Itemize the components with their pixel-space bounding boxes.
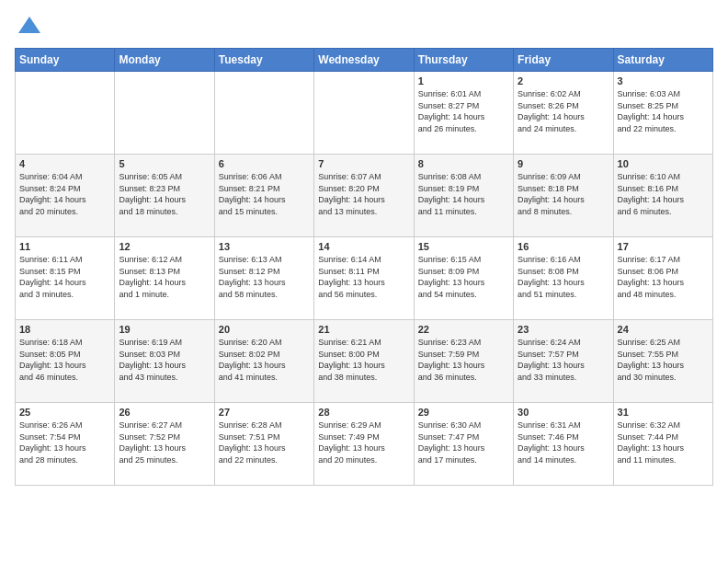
day-number: 10	[618, 158, 709, 169]
day-number: 5	[119, 158, 210, 169]
calendar-cell: 27Sunrise: 6:28 AMSunset: 7:51 PMDayligh…	[214, 403, 313, 486]
day-info: Sunrise: 6:16 AMSunset: 8:08 PMDaylight:…	[518, 254, 609, 300]
day-number: 20	[219, 324, 310, 335]
day-info: Sunrise: 6:06 AMSunset: 8:21 PMDaylight:…	[219, 171, 310, 217]
calendar-cell: 30Sunrise: 6:31 AMSunset: 7:46 PMDayligh…	[514, 403, 613, 486]
calendar-cell: 1Sunrise: 6:01 AMSunset: 8:27 PMDaylight…	[414, 72, 513, 155]
day-number: 19	[119, 324, 210, 335]
day-number: 23	[518, 324, 609, 335]
calendar-header-row: SundayMondayTuesdayWednesdayThursdayFrid…	[16, 49, 713, 72]
day-number: 26	[119, 407, 210, 418]
calendar-week-2: 4Sunrise: 6:04 AMSunset: 8:24 PMDaylight…	[16, 155, 713, 237]
calendar-week-1: 1Sunrise: 6:01 AMSunset: 8:27 PMDaylight…	[16, 72, 713, 155]
calendar-cell	[314, 72, 414, 155]
weekday-header-friday: Friday	[514, 49, 613, 72]
calendar-cell: 7Sunrise: 6:07 AMSunset: 8:20 PMDaylight…	[314, 155, 414, 237]
day-number: 22	[418, 324, 509, 335]
day-info: Sunrise: 6:31 AMSunset: 7:46 PMDaylight:…	[518, 419, 609, 465]
day-info: Sunrise: 6:24 AMSunset: 7:57 PMDaylight:…	[518, 337, 609, 383]
day-info: Sunrise: 6:21 AMSunset: 8:00 PMDaylight:…	[318, 337, 409, 383]
day-number: 14	[318, 241, 409, 252]
calendar-cell: 19Sunrise: 6:19 AMSunset: 8:03 PMDayligh…	[115, 320, 214, 403]
day-info: Sunrise: 6:07 AMSunset: 8:20 PMDaylight:…	[318, 171, 409, 217]
day-number: 30	[518, 407, 609, 418]
calendar-cell: 6Sunrise: 6:06 AMSunset: 8:21 PMDaylight…	[214, 155, 313, 237]
calendar-cell: 24Sunrise: 6:25 AMSunset: 7:55 PMDayligh…	[613, 320, 712, 403]
calendar-cell: 29Sunrise: 6:30 AMSunset: 7:47 PMDayligh…	[414, 403, 513, 486]
day-info: Sunrise: 6:09 AMSunset: 8:18 PMDaylight:…	[518, 171, 609, 217]
logo	[15, 15, 42, 37]
day-info: Sunrise: 6:30 AMSunset: 7:47 PMDaylight:…	[418, 419, 509, 465]
calendar-week-5: 25Sunrise: 6:26 AMSunset: 7:54 PMDayligh…	[16, 403, 713, 486]
day-number: 7	[318, 158, 409, 169]
calendar-cell	[115, 72, 214, 155]
weekday-header-wednesday: Wednesday	[314, 49, 414, 72]
day-info: Sunrise: 6:19 AMSunset: 8:03 PMDaylight:…	[119, 337, 210, 383]
calendar-cell: 25Sunrise: 6:26 AMSunset: 7:54 PMDayligh…	[16, 403, 115, 486]
calendar-cell: 16Sunrise: 6:16 AMSunset: 8:08 PMDayligh…	[514, 237, 613, 320]
calendar-week-3: 11Sunrise: 6:11 AMSunset: 8:15 PMDayligh…	[16, 237, 713, 320]
day-info: Sunrise: 6:10 AMSunset: 8:16 PMDaylight:…	[618, 171, 709, 217]
day-number: 1	[418, 75, 509, 86]
day-number: 21	[318, 324, 409, 335]
calendar-cell: 26Sunrise: 6:27 AMSunset: 7:52 PMDayligh…	[115, 403, 214, 486]
day-number: 2	[518, 75, 609, 86]
calendar-cell: 17Sunrise: 6:17 AMSunset: 8:06 PMDayligh…	[613, 237, 712, 320]
day-number: 8	[418, 158, 509, 169]
calendar-cell: 14Sunrise: 6:14 AMSunset: 8:11 PMDayligh…	[314, 237, 414, 320]
page-header	[15, 15, 713, 37]
weekday-header-monday: Monday	[115, 49, 214, 72]
calendar-cell: 15Sunrise: 6:15 AMSunset: 8:09 PMDayligh…	[414, 237, 513, 320]
day-info: Sunrise: 6:25 AMSunset: 7:55 PMDaylight:…	[618, 337, 709, 383]
calendar-cell: 2Sunrise: 6:02 AMSunset: 8:26 PMDaylight…	[514, 72, 613, 155]
calendar-cell: 20Sunrise: 6:20 AMSunset: 8:02 PMDayligh…	[214, 320, 313, 403]
calendar-cell: 18Sunrise: 6:18 AMSunset: 8:05 PMDayligh…	[16, 320, 115, 403]
day-number: 16	[518, 241, 609, 252]
day-info: Sunrise: 6:32 AMSunset: 7:44 PMDaylight:…	[618, 419, 709, 465]
day-info: Sunrise: 6:08 AMSunset: 8:19 PMDaylight:…	[418, 171, 509, 217]
day-info: Sunrise: 6:13 AMSunset: 8:12 PMDaylight:…	[219, 254, 310, 300]
day-info: Sunrise: 6:23 AMSunset: 7:59 PMDaylight:…	[418, 337, 509, 383]
calendar-cell	[214, 72, 313, 155]
day-info: Sunrise: 6:11 AMSunset: 8:15 PMDaylight:…	[19, 254, 110, 300]
svg-marker-0	[18, 17, 40, 33]
day-info: Sunrise: 6:02 AMSunset: 8:26 PMDaylight:…	[518, 88, 609, 134]
weekday-header-saturday: Saturday	[613, 49, 712, 72]
day-number: 13	[219, 241, 310, 252]
day-number: 27	[219, 407, 310, 418]
day-number: 4	[19, 158, 110, 169]
day-info: Sunrise: 6:27 AMSunset: 7:52 PMDaylight:…	[119, 419, 210, 465]
day-info: Sunrise: 6:01 AMSunset: 8:27 PMDaylight:…	[418, 88, 509, 134]
day-number: 28	[318, 407, 409, 418]
calendar-cell: 21Sunrise: 6:21 AMSunset: 8:00 PMDayligh…	[314, 320, 414, 403]
calendar-table: SundayMondayTuesdayWednesdayThursdayFrid…	[15, 48, 713, 486]
day-info: Sunrise: 6:26 AMSunset: 7:54 PMDaylight:…	[19, 419, 110, 465]
day-number: 6	[219, 158, 310, 169]
day-info: Sunrise: 6:28 AMSunset: 7:51 PMDaylight:…	[219, 419, 310, 465]
calendar-cell: 10Sunrise: 6:10 AMSunset: 8:16 PMDayligh…	[613, 155, 712, 237]
day-number: 12	[119, 241, 210, 252]
day-number: 18	[19, 324, 110, 335]
calendar-cell: 31Sunrise: 6:32 AMSunset: 7:44 PMDayligh…	[613, 403, 712, 486]
calendar-cell: 8Sunrise: 6:08 AMSunset: 8:19 PMDaylight…	[414, 155, 513, 237]
day-info: Sunrise: 6:12 AMSunset: 8:13 PMDaylight:…	[119, 254, 210, 300]
day-number: 3	[618, 75, 709, 86]
day-info: Sunrise: 6:17 AMSunset: 8:06 PMDaylight:…	[618, 254, 709, 300]
calendar-cell: 5Sunrise: 6:05 AMSunset: 8:23 PMDaylight…	[115, 155, 214, 237]
day-number: 24	[618, 324, 709, 335]
logo-icon	[17, 15, 42, 37]
day-number: 25	[19, 407, 110, 418]
calendar-cell: 28Sunrise: 6:29 AMSunset: 7:49 PMDayligh…	[314, 403, 414, 486]
calendar-week-4: 18Sunrise: 6:18 AMSunset: 8:05 PMDayligh…	[16, 320, 713, 403]
calendar-cell: 12Sunrise: 6:12 AMSunset: 8:13 PMDayligh…	[115, 237, 214, 320]
day-info: Sunrise: 6:15 AMSunset: 8:09 PMDaylight:…	[418, 254, 509, 300]
day-info: Sunrise: 6:18 AMSunset: 8:05 PMDaylight:…	[19, 337, 110, 383]
calendar-cell: 4Sunrise: 6:04 AMSunset: 8:24 PMDaylight…	[16, 155, 115, 237]
day-info: Sunrise: 6:20 AMSunset: 8:02 PMDaylight:…	[219, 337, 310, 383]
day-info: Sunrise: 6:14 AMSunset: 8:11 PMDaylight:…	[318, 254, 409, 300]
calendar-cell	[16, 72, 115, 155]
day-info: Sunrise: 6:04 AMSunset: 8:24 PMDaylight:…	[19, 171, 110, 217]
day-info: Sunrise: 6:03 AMSunset: 8:25 PMDaylight:…	[618, 88, 709, 134]
calendar-cell: 3Sunrise: 6:03 AMSunset: 8:25 PMDaylight…	[613, 72, 712, 155]
day-number: 31	[618, 407, 709, 418]
